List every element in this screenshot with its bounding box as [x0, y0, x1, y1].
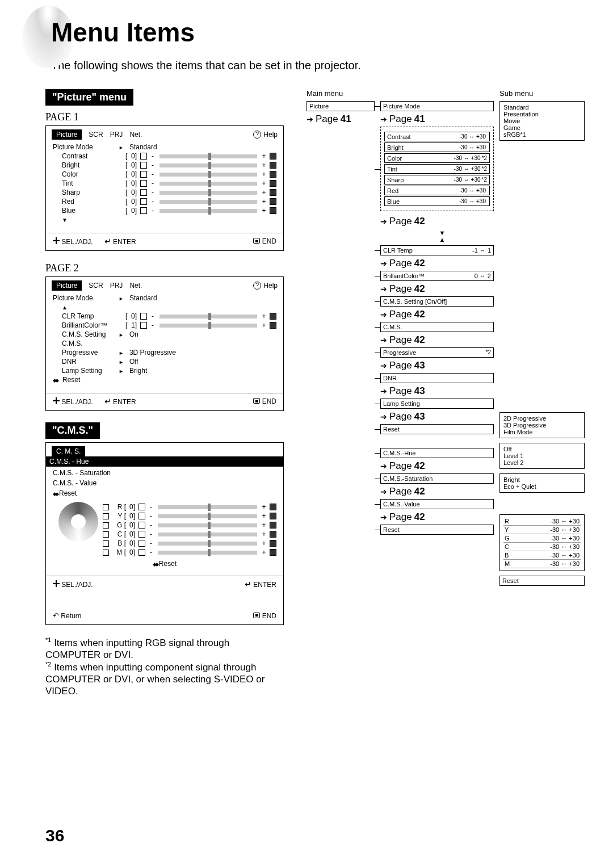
cms-val-row[interactable]: C.M.S. - Value [53, 478, 276, 488]
cms-sat-row[interactable]: C.M.S. - Saturation [53, 468, 276, 478]
slider-track[interactable] [159, 200, 257, 204]
help-icon: ? [253, 131, 261, 139]
reset-icon [53, 376, 59, 384]
slider-track[interactable] [158, 551, 257, 555]
slider-track[interactable] [159, 315, 257, 318]
page-link-42b[interactable]: Page42 [380, 258, 494, 269]
page-link-43b[interactable]: Page43 [380, 385, 494, 397]
dnr-options: OffLevel 1Level 2 [499, 443, 585, 469]
sub-menu-head: Sub menu [499, 89, 585, 98]
tab-help[interactable]: Help [263, 131, 278, 139]
page-link-42h[interactable]: Page42 [380, 511, 494, 523]
scroll-up-icon[interactable] [53, 303, 115, 311]
tab-picture[interactable]: Picture [52, 129, 82, 140]
scroll-down-icon[interactable] [53, 216, 115, 224]
tab-scr-2[interactable]: SCR [89, 282, 103, 290]
tab-picture-2[interactable]: Picture [52, 280, 82, 291]
tab-prj[interactable]: PRJ [110, 131, 123, 139]
slider-track[interactable] [159, 209, 257, 213]
tab-scr[interactable]: SCR [89, 131, 103, 139]
slider-track[interactable] [158, 505, 257, 509]
dnr-value[interactable]: Off [129, 358, 138, 366]
page-link-41a[interactable]: Page41 [306, 114, 375, 125]
page-link-42c[interactable]: Page42 [380, 283, 494, 295]
adj-row-Red: Red-30 ↔ +30 [384, 186, 490, 195]
row-value: [ 0] [119, 312, 137, 320]
channel-label: R [ [112, 503, 126, 511]
page-link-42a[interactable]: Page42 [380, 216, 494, 227]
slider-track[interactable] [158, 523, 257, 527]
page1-label: PAGE 1 [45, 111, 284, 123]
tab-cms[interactable]: C. M. S. [52, 446, 85, 456]
slider-track[interactable] [159, 163, 257, 167]
row-value: [ 0] [119, 170, 137, 178]
dpad-icon [53, 580, 60, 587]
picture-mode-value-2[interactable]: Standard [129, 294, 157, 302]
option: Presentation [503, 111, 581, 118]
slider-track[interactable] [159, 182, 257, 186]
channel-value: 0] [129, 548, 135, 556]
chan-range-R: R-30 ↔ +30 [503, 517, 581, 526]
footer-enter-2: ENTER [113, 398, 136, 406]
slider-track[interactable] [159, 191, 257, 195]
slider-track[interactable] [159, 324, 257, 328]
page-link-42d[interactable]: Page42 [380, 309, 494, 320]
row-value: [ 0] [119, 161, 137, 169]
node-lamp: Lamp Setting [380, 399, 494, 409]
slider-track[interactable] [159, 173, 257, 177]
color-swatch-M [103, 550, 109, 556]
adj-row-Blue: Blue-30 ↔ +30 [384, 196, 490, 206]
slider-track[interactable] [158, 542, 257, 546]
row-value: [ 0] [119, 179, 137, 187]
row-value: [ 0] [119, 152, 137, 160]
footer-sel: SEL./ADJ. [61, 238, 93, 246]
reset-label[interactable]: Reset [62, 376, 80, 384]
tab-net[interactable]: Net. [129, 131, 142, 139]
slider-max-icon [270, 189, 276, 196]
row-label: Tint [53, 179, 115, 187]
page-link-43a[interactable]: Page43 [380, 360, 494, 371]
cms-hue-row[interactable]: C.M.S. - Hue [46, 456, 283, 467]
slider-track[interactable] [158, 514, 257, 518]
enter-icon [104, 238, 111, 246]
color-swatch-C [103, 531, 109, 538]
slider-min-icon [138, 504, 145, 510]
footer-end-3: END [262, 612, 276, 620]
row-value: [ 0] [119, 207, 137, 215]
color-swatch-R [103, 504, 109, 510]
cms-reset-2[interactable]: Reset [159, 560, 177, 568]
picture-mode-value[interactable]: Standard [129, 143, 157, 151]
page-link-42e[interactable]: Page42 [380, 334, 494, 346]
slider-min-icon [140, 313, 147, 320]
slider-track[interactable] [158, 532, 257, 536]
channel-label: G [ [112, 521, 126, 529]
footnote-2: Items when inputting component signal th… [45, 662, 264, 697]
page-link-41b[interactable]: Page41 [380, 114, 494, 125]
footnotes: *1 Items when inputting RGB signal throu… [45, 636, 284, 698]
tab-prj-2[interactable]: PRJ [110, 282, 123, 290]
slider-min-icon [140, 180, 147, 187]
color-swatch-G [103, 522, 109, 529]
tab-net-2[interactable]: Net. [129, 282, 142, 290]
footer-enter: ENTER [113, 238, 136, 246]
slider-max-icon [270, 549, 276, 556]
slider-min-icon [138, 522, 145, 529]
lamp-value[interactable]: Bright [129, 367, 147, 375]
page-link-42g[interactable]: Page42 [380, 486, 494, 497]
cms-setting-value[interactable]: On [129, 330, 138, 338]
tab-help-2[interactable]: Help [263, 282, 278, 290]
cms-label[interactable]: C.M.S. [53, 339, 115, 347]
reset-icon [53, 489, 59, 497]
chan-range-Y: Y-30 ↔ +30 [503, 526, 581, 534]
cms-reset[interactable]: Reset [59, 489, 77, 497]
slider-track[interactable] [159, 154, 257, 158]
slider-min-icon [140, 171, 147, 178]
node-brilliant: BrilliantColor™0 ↔ 2 [380, 271, 494, 281]
dpad-icon [53, 237, 60, 244]
slider-min-icon [140, 322, 147, 329]
page-link-43c[interactable]: Page43 [380, 411, 494, 422]
dpad-icon [53, 397, 60, 404]
progressive-value[interactable]: 3D Progressive [129, 349, 176, 357]
page-link-42f[interactable]: Page42 [380, 460, 494, 472]
end-icon [253, 398, 260, 404]
